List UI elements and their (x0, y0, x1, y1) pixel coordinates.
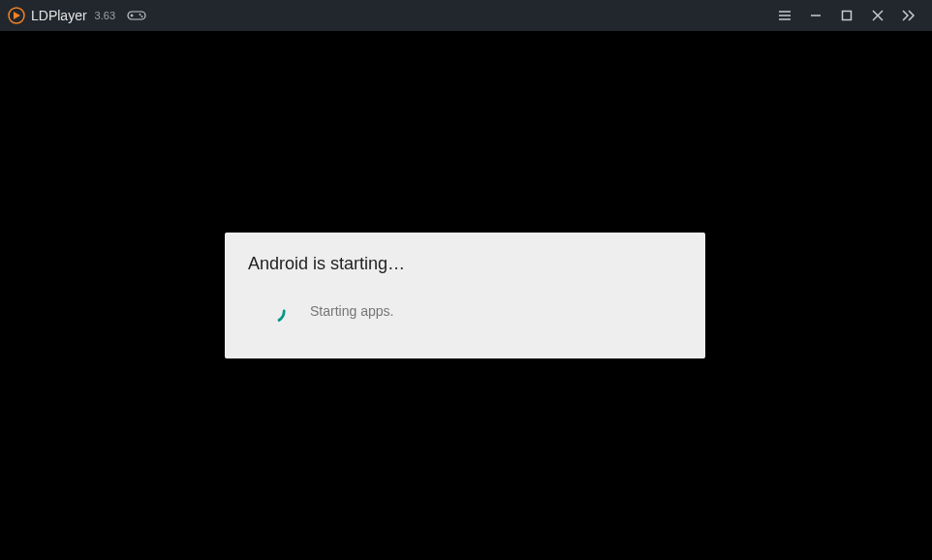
expand-sidebar-button[interactable] (893, 0, 924, 31)
emulator-screen: Android is starting… Starting apps. (0, 31, 932, 560)
svg-rect-10 (843, 12, 852, 20)
titlebar-right (769, 0, 924, 31)
android-starting-dialog: Android is starting… Starting apps. (225, 233, 705, 358)
svg-point-5 (141, 16, 143, 17)
titlebar-left: LDPlayer 3.63 (8, 7, 769, 24)
titlebar: LDPlayer 3.63 (0, 0, 932, 31)
app-logo-icon (8, 7, 25, 24)
loading-spinner-icon (260, 297, 287, 325)
chevron-double-right-icon (901, 9, 916, 22)
dialog-body: Starting apps. (248, 297, 682, 325)
app-name: LDPlayer (31, 8, 87, 23)
dialog-title: Android is starting… (248, 254, 682, 274)
svg-point-13 (263, 300, 284, 322)
maximize-button[interactable] (831, 0, 862, 31)
dialog-message: Starting apps. (310, 303, 393, 319)
minimize-icon (809, 9, 823, 22)
menu-button[interactable] (769, 0, 800, 31)
gamepad-icon (127, 9, 146, 22)
close-button[interactable] (862, 0, 893, 31)
svg-point-4 (140, 14, 141, 16)
close-icon (871, 9, 885, 22)
hamburger-icon (778, 9, 792, 22)
maximize-icon (840, 9, 854, 22)
app-version: 3.63 (95, 10, 115, 21)
minimize-button[interactable] (800, 0, 831, 31)
